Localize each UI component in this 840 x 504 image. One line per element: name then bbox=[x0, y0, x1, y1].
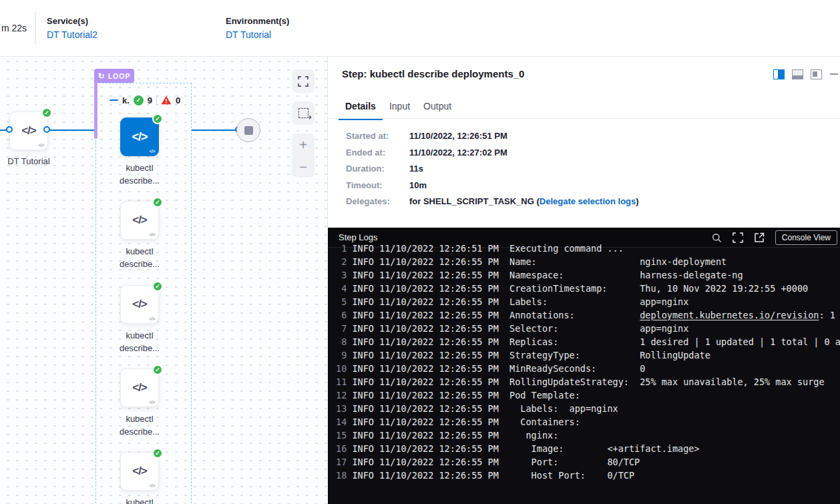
log-message: RollingUpdateStrategy: 25% max unavailab… bbox=[509, 376, 824, 387]
log-line-meta: INFO 11/10/2022 12:26:55 PM bbox=[347, 310, 509, 320]
log-line: 11 INFO 11/10/2022 12:26:55 PM RollingUp… bbox=[336, 375, 840, 389]
loop-badge-label: LOOP bbox=[108, 72, 131, 80]
log-link[interactable]: deployment.kubernetes.io/revision bbox=[640, 310, 819, 320]
log-line: 10 INFO 11/10/2022 12:26:55 PM MinReadyS… bbox=[336, 362, 840, 375]
service-link[interactable]: DT Tutorial2 bbox=[47, 29, 97, 40]
log-line: 3 INFO 11/10/2022 12:26:55 PM Namespace:… bbox=[336, 268, 840, 282]
step-node[interactable]: </></>✓ bbox=[120, 368, 159, 407]
log-line-meta: INFO 11/10/2022 12:26:55 PM bbox=[347, 390, 509, 401]
log-line-number: 17 bbox=[336, 457, 347, 467]
execution-header: m 22s Service(s) DT Tutorial2 Environmen… bbox=[0, 0, 840, 57]
code-icon: </> bbox=[132, 465, 147, 478]
log-line: 15 INFO 11/10/2022 12:26:55 PM nginx: bbox=[336, 429, 840, 442]
step-logs-title: Step Logs bbox=[339, 232, 378, 242]
detail-row-ended: Ended at: 11/10/2022, 12:27:02 PM bbox=[346, 148, 639, 158]
log-line-meta: INFO 11/10/2022 12:26:55 PM bbox=[347, 403, 509, 414]
log-line-number: 15 bbox=[336, 430, 347, 441]
log-line: 12 INFO 11/10/2022 12:26:55 PM Pod Templ… bbox=[336, 389, 840, 402]
marquee-select-icon bbox=[298, 108, 308, 118]
success-badge-icon: ✓ bbox=[152, 448, 163, 459]
failed-count: 0 bbox=[176, 95, 180, 105]
start-step-node[interactable]: </> </> ✓ bbox=[9, 111, 48, 150]
marquee-select-button[interactable] bbox=[292, 101, 314, 125]
step-node[interactable]: </></>✓ bbox=[120, 285, 159, 324]
log-line: 1 INFO 11/10/2022 12:26:51 PM Executing … bbox=[336, 242, 840, 255]
log-message: MinReadySeconds: 0 bbox=[509, 363, 645, 374]
log-line-number: 8 bbox=[336, 336, 347, 347]
row-value: 11/10/2022, 12:26:51 PM bbox=[409, 132, 507, 141]
layout-right-pane-icon[interactable] bbox=[773, 69, 785, 79]
step-details-panel: Step: kubectl describe deployments_0 Det… bbox=[327, 57, 840, 228]
log-line: 16 INFO 11/10/2022 12:26:55 PM Image: <+… bbox=[336, 442, 840, 455]
step-node[interactable]: </></>✓ bbox=[120, 117, 159, 156]
log-line-number: 10 bbox=[336, 363, 347, 374]
row-value: 11s bbox=[409, 164, 423, 174]
tab-output[interactable]: Output bbox=[417, 95, 458, 120]
services-label: Service(s) bbox=[47, 16, 97, 26]
code-icon: </> bbox=[132, 214, 147, 227]
log-message: Pod Template: bbox=[509, 390, 580, 401]
connector-dot bbox=[6, 126, 13, 133]
log-message: Annotations: bbox=[509, 310, 640, 320]
log-message: Containers: bbox=[509, 417, 580, 427]
log-line-meta: INFO 11/10/2022 12:26:55 PM bbox=[347, 350, 509, 360]
code-mini-icon: </> bbox=[149, 400, 155, 405]
log-line-number: 12 bbox=[336, 390, 347, 401]
step-node-label: kubectldescribe... bbox=[99, 245, 180, 270]
stop-node[interactable] bbox=[236, 118, 260, 142]
delegate-selection-logs-link[interactable]: Delegate selection logs bbox=[540, 196, 636, 206]
log-line-number: 2 bbox=[336, 256, 347, 267]
code-mini-icon: </> bbox=[149, 483, 155, 488]
environment-link[interactable]: DT Tutorial bbox=[226, 29, 289, 40]
zoom-in-button[interactable]: + bbox=[299, 138, 307, 152]
row-label: Ended at: bbox=[346, 148, 409, 158]
delegates-prefix: for SHELL_SCRIPT_TASK_NG ( bbox=[409, 196, 540, 206]
log-lines: 1 INFO 11/10/2022 12:26:51 PM Executing … bbox=[336, 242, 840, 482]
step-node-label: kubectldescribe... bbox=[99, 329, 180, 354]
row-value: 11/10/2022, 12:27:02 PM bbox=[409, 148, 507, 158]
code-icon: </> bbox=[21, 124, 36, 138]
log-line-number: 18 bbox=[336, 470, 347, 481]
log-message: Replicas: 1 desired | 1 updated | 1 tota… bbox=[509, 336, 840, 347]
layout-bottom-pane-icon[interactable] bbox=[792, 69, 803, 79]
minimize-panel-icon[interactable] bbox=[830, 73, 838, 75]
environments-block: Environment(s) DT Tutorial bbox=[226, 16, 289, 40]
code-mini-icon: </> bbox=[149, 232, 155, 237]
code-mini-icon: </> bbox=[149, 149, 155, 154]
log-line-meta: INFO 11/10/2022 12:26:55 PM bbox=[347, 430, 509, 441]
log-line: 2 INFO 11/10/2022 12:26:55 PM Name: ngin… bbox=[336, 255, 840, 268]
detail-row-delegates: Delegates: for SHELL_SCRIPT_TASK_NG (Del… bbox=[346, 197, 639, 206]
loop-badge: ↻ LOOP bbox=[94, 69, 134, 83]
log-line-meta: INFO 11/10/2022 12:26:55 PM bbox=[347, 270, 509, 280]
code-mini-icon: </> bbox=[38, 143, 44, 148]
log-message: Host Port: 0/TCP bbox=[509, 470, 634, 481]
pipeline-graph-canvas[interactable]: </> </> ✓ DT Tutorial ↻ LOOP k. ✓ 9 0 bbox=[0, 57, 327, 504]
log-line-number: 13 bbox=[336, 403, 347, 414]
log-line-meta: INFO 11/10/2022 12:26:55 PM bbox=[347, 256, 509, 267]
log-line-meta: INFO 11/10/2022 12:26:55 PM bbox=[347, 296, 509, 307]
log-message: Name: nginx-deployment bbox=[509, 256, 726, 267]
details-rows: Started at: 11/10/2022, 12:26:51 PM Ende… bbox=[346, 132, 639, 214]
log-message: Namespace: harness-delegate-ng bbox=[509, 270, 743, 280]
log-message: Labels: app=nginx bbox=[509, 403, 618, 414]
log-message: Selector: app=nginx bbox=[509, 323, 688, 334]
step-node[interactable]: </></>✓ bbox=[120, 452, 159, 491]
log-message: : 1 bbox=[819, 310, 835, 320]
code-mini-icon: </> bbox=[149, 316, 155, 321]
log-line: 7 INFO 11/10/2022 12:26:55 PM Selector: … bbox=[336, 322, 840, 335]
tab-input[interactable]: Input bbox=[383, 95, 417, 120]
log-line-number: 9 bbox=[336, 350, 347, 360]
fit-to-screen-button[interactable] bbox=[292, 69, 314, 93]
tab-details[interactable]: Details bbox=[339, 95, 383, 120]
layout-left-pane-icon[interactable] bbox=[811, 69, 822, 79]
log-line-meta: INFO 11/10/2022 12:26:55 PM bbox=[347, 443, 509, 454]
log-line: 9 INFO 11/10/2022 12:26:55 PM StrategyTy… bbox=[336, 348, 840, 362]
log-line: 4 INFO 11/10/2022 12:26:55 PM CreationTi… bbox=[336, 282, 840, 295]
collapse-icon[interactable] bbox=[110, 99, 118, 101]
log-line-meta: INFO 11/10/2022 12:26:55 PM bbox=[347, 283, 509, 294]
log-message: nginx: bbox=[509, 430, 558, 441]
detail-row-started: Started at: 11/10/2022, 12:26:51 PM bbox=[346, 132, 639, 141]
log-line-meta: INFO 11/10/2022 12:26:55 PM bbox=[347, 376, 509, 387]
step-node[interactable]: </></>✓ bbox=[120, 201, 159, 240]
zoom-out-button[interactable]: − bbox=[299, 160, 307, 174]
